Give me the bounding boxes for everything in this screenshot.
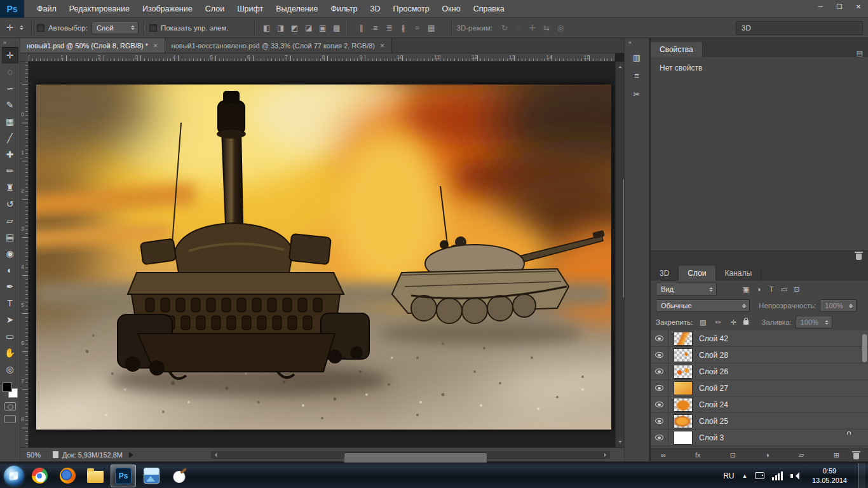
layer-filter-type-icon[interactable]: ⊡ [790,283,803,295]
language-indicator[interactable]: RU [723,471,734,480]
vertical-scrollbar[interactable] [615,62,624,447]
clock[interactable]: 0:59 13.05.2014 [808,466,851,485]
pen-tool[interactable]: ✒ [2,278,18,295]
document-tab[interactable]: новый1.psd @ 50% (Слой 8, RGB/8) * ✕ [20,38,165,53]
layer-filter-type-icon[interactable]: ▭ [778,283,790,295]
delete-layer-icon[interactable] [853,453,859,459]
collapse-toolbar-chevron-icon[interactable]: » [0,38,20,47]
brush-tool[interactable]: ✏ [2,163,18,179]
layers-panel-tab[interactable]: 3D [651,266,679,281]
align-icon[interactable]: ▣ [316,22,330,34]
measure-panel-icon[interactable]: ✂ [628,86,646,102]
3d-mode-icon[interactable]: ◎ [553,22,567,34]
align-icon[interactable]: ◪ [302,22,316,34]
layers-footer-icon[interactable]: fx [695,451,701,459]
info-panel-icon[interactable]: ≡ [628,67,646,84]
status-options-arrow-icon[interactable] [129,452,137,458]
menu-item[interactable]: Фильтр [325,0,364,18]
panel-menu-icon[interactable]: ▤ [851,49,868,57]
align-icon[interactable]: ◧ [260,22,274,34]
layer-row[interactable]: Слой 24 [651,396,868,413]
distribute-icon[interactable]: ∥ [355,22,369,34]
menu-item[interactable]: Окно [436,0,467,18]
opacity-select[interactable]: 100% [820,299,857,312]
fill-select[interactable]: 100% [796,316,832,329]
vertical-ruler[interactable]: 0123456789 [20,62,29,447]
menu-item[interactable]: Выделение [269,0,324,18]
layer-row[interactable]: Слой 25 [651,413,868,430]
layer-visibility-cell[interactable] [651,380,668,396]
taskbar-chrome-button[interactable] [27,464,52,487]
zoom-tool[interactable]: ◎ [2,361,18,377]
layers-panel-tab[interactable]: Слои [679,266,715,281]
layers-footer-icon[interactable]: ⊞ [834,451,839,459]
menu-item[interactable]: Слои [199,0,231,18]
lasso-tool[interactable]: ∽ [2,80,18,97]
document-canvas[interactable] [36,85,611,430]
horizontal-scrollbar[interactable] [211,451,610,459]
autoselect-target-select[interactable]: Слой [92,22,139,34]
path-selection-tool[interactable]: ➤ [2,311,18,328]
lock-all-icon[interactable] [743,320,749,325]
menu-item[interactable]: Файл [31,0,63,18]
dodge-tool[interactable]: ◐ [2,262,18,278]
crop-tool[interactable]: ▦ [2,113,18,130]
blend-mode-select[interactable]: Обычные [656,299,750,312]
layer-visibility-cell[interactable] [651,413,668,429]
show-transform-controls-checkbox[interactable] [149,24,157,32]
history-brush-tool[interactable]: ↺ [2,196,18,212]
layer-filter-type-icon[interactable]: ◑ [752,283,765,295]
layer-filter-type-icon[interactable]: T [765,283,778,295]
layers-footer-icon[interactable]: ∞ [661,451,666,459]
horizontal-ruler[interactable]: 123456789101112131415 [29,53,615,62]
layer-thumbnail[interactable] [674,381,693,395]
3d-mode-icon[interactable]: ◌ [512,22,526,34]
layer-visibility-cell[interactable] [651,363,668,379]
taskbar-explorer-button[interactable] [83,464,108,487]
tablet-tray-icon[interactable] [755,472,764,479]
menu-item[interactable]: Справка [467,0,511,18]
taskbar-photo-viewer-button[interactable] [139,464,164,487]
layers-scrollbar-thumb[interactable] [862,334,867,362]
restore-button[interactable]: ❐ [830,0,849,14]
taskbar-firefox-button[interactable] [55,464,80,487]
align-icon[interactable]: ◩ [288,22,302,34]
foreground-color-swatch[interactable] [3,383,12,392]
eyedropper-tool[interactable]: ╱ [2,130,18,146]
layer-visibility-cell[interactable] [651,347,668,363]
trash-icon[interactable] [856,254,862,260]
distribute-icon[interactable]: ≣ [383,22,397,34]
layer-row[interactable]: Слой 28 [651,347,868,363]
type-tool[interactable]: T [2,295,18,311]
quick-selection-tool[interactable]: ✎ [2,97,18,113]
layer-visibility-cell[interactable] [651,430,668,445]
layers-footer-icon[interactable]: ◑ [765,451,770,459]
start-button[interactable] [4,466,24,486]
healing-brush-tool[interactable]: ✚ [2,146,18,163]
show-hidden-icons-chevron[interactable]: ▲ [742,473,748,479]
close-button[interactable]: ✕ [849,0,868,14]
shape-tool[interactable]: ▭ [2,328,18,344]
eraser-tool[interactable]: ▱ [2,212,18,229]
3d-mode-icon[interactable]: ⇆ [539,22,553,34]
menu-item[interactable]: 3D [364,0,387,18]
close-tab-icon[interactable]: ✕ [153,43,158,49]
distribute-icon[interactable]: ≡ [369,22,383,34]
distribute-icon[interactable]: ∦ [397,22,410,34]
align-icon[interactable]: ▩ [330,22,344,34]
layer-row[interactable]: Слой 3 [651,430,868,446]
screen-mode-button[interactable] [4,415,16,423]
layer-thumbnail[interactable] [674,365,693,379]
close-tab-icon[interactable]: ✕ [380,43,385,49]
layers-footer-icon[interactable]: ▱ [799,451,804,459]
minimize-button[interactable]: ─ [811,0,830,14]
layer-filter-select[interactable]: Вид [656,283,717,295]
layer-thumbnail[interactable] [674,398,693,412]
marquee-tool[interactable]: ◌ [2,64,18,80]
distribute-icon[interactable]: = [410,22,424,34]
menu-item[interactable]: Шрифт [231,0,269,18]
expand-panels-chevron-icon[interactable]: « [625,38,649,47]
menu-item[interactable]: Редактирование [63,0,136,18]
show-desktop-button[interactable] [858,463,865,488]
workspace-selector[interactable]: 3D [736,21,863,35]
